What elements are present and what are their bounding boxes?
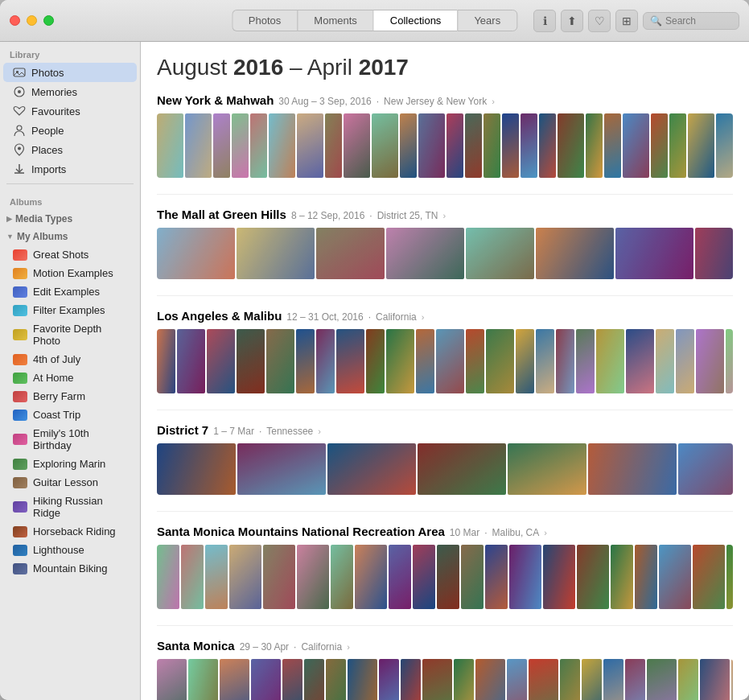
photo-cell[interactable]	[237, 443, 326, 495]
photo-cell[interactable]	[669, 113, 686, 178]
sidebar-item-filter-examples[interactable]: Filter Examples	[3, 301, 137, 319]
collection-nyc-strip[interactable]	[157, 113, 733, 178]
photo-cell[interactable]	[716, 113, 733, 178]
photo-cell[interactable]	[615, 228, 693, 279]
photo-cell[interactable]	[678, 443, 733, 495]
collection-d7-strip[interactable]	[157, 443, 733, 495]
photo-cell[interactable]	[536, 329, 554, 393]
sidebar-item-people[interactable]: People	[3, 121, 137, 140]
photo-cell[interactable]	[611, 545, 633, 609]
photo-cell[interactable]	[177, 329, 205, 393]
sidebar-item-berry-farm[interactable]: Berry Farm	[3, 387, 137, 406]
sidebar-item-horseback[interactable]: Horseback Riding	[3, 522, 137, 541]
photo-cell[interactable]	[693, 545, 725, 609]
collection-la-chevron[interactable]: ›	[422, 312, 425, 322]
collection-la-strip[interactable]	[157, 329, 733, 393]
photo-cell[interactable]	[678, 659, 698, 700]
photo-cell[interactable]	[344, 113, 370, 178]
photo-cell[interactable]	[413, 545, 435, 609]
collection-smm-name[interactable]: Santa Monica Mountains National Recreati…	[157, 525, 445, 538]
photo-cell[interactable]	[588, 443, 677, 495]
collection-sm-chevron[interactable]: ›	[347, 642, 350, 652]
search-box[interactable]: 🔍	[643, 12, 739, 30]
photo-cell[interactable]	[251, 659, 281, 700]
photo-cell[interactable]	[386, 228, 464, 279]
photo-cell[interactable]	[389, 545, 411, 609]
photo-cell[interactable]	[507, 659, 527, 700]
photo-cell[interactable]	[659, 545, 691, 609]
photo-cell[interactable]	[676, 329, 694, 393]
photo-cell[interactable]	[558, 113, 584, 178]
photo-cell[interactable]	[220, 659, 249, 700]
photo-cell[interactable]	[157, 113, 183, 178]
photo-cell[interactable]	[401, 659, 421, 700]
photo-cell[interactable]	[726, 545, 733, 609]
sidebar-item-photos[interactable]: Photos	[3, 63, 137, 82]
photo-cell[interactable]	[556, 329, 574, 393]
photo-cell[interactable]	[461, 545, 484, 609]
tab-photos[interactable]: Photos	[232, 10, 297, 31]
sidebar-item-hiking[interactable]: Hiking Russian Ridge	[3, 492, 137, 522]
photo-cell[interactable]	[418, 443, 506, 495]
photo-cell[interactable]	[577, 545, 609, 609]
photo-cell[interactable]	[586, 113, 603, 178]
photo-cell[interactable]	[635, 545, 657, 609]
photo-cell[interactable]	[157, 443, 236, 495]
my-albums-group[interactable]: ▼ My Albums	[0, 228, 140, 245]
photo-cell[interactable]	[213, 113, 230, 178]
sidebar-item-guitar-lesson[interactable]: Guitar Lesson	[3, 473, 137, 492]
photo-cell[interactable]	[529, 659, 558, 700]
sidebar-item-places[interactable]: Places	[3, 140, 137, 159]
photo-cell[interactable]	[436, 329, 464, 393]
photo-cell[interactable]	[695, 228, 733, 279]
photo-cell[interactable]	[696, 329, 724, 393]
photo-cell[interactable]	[157, 329, 175, 393]
sidebar-item-4th-july[interactable]: 4th of July	[3, 350, 137, 369]
photo-cell[interactable]	[326, 659, 346, 700]
collection-nyc-name[interactable]: New York & Mahwah	[157, 93, 274, 107]
collection-mall-name[interactable]: The Mall at Green Hills	[157, 208, 286, 221]
sidebar-item-motion-examples[interactable]: Motion Examples	[3, 264, 137, 282]
collection-smm-chevron[interactable]: ›	[544, 528, 547, 537]
photo-cell[interactable]	[651, 113, 668, 178]
photo-cell[interactable]	[486, 329, 514, 393]
tab-years[interactable]: Years	[457, 10, 517, 31]
photo-cell[interactable]	[502, 113, 519, 178]
sidebar-item-great-shots[interactable]: Great Shots	[3, 245, 137, 264]
photo-cell[interactable]	[157, 228, 235, 279]
photo-cell[interactable]	[454, 659, 474, 700]
photo-cell[interactable]	[521, 113, 537, 178]
photo-cell[interactable]	[316, 329, 335, 393]
photo-cell[interactable]	[626, 329, 654, 393]
media-types-group[interactable]: ▶ Media Types	[0, 210, 140, 228]
photo-cell[interactable]	[543, 545, 575, 609]
sidebar-item-lighthouse[interactable]: Lighthouse	[3, 541, 137, 559]
photo-cell[interactable]	[205, 545, 228, 609]
photo-cell[interactable]	[731, 659, 733, 700]
sidebar-item-edit-examples[interactable]: Edit Examples	[3, 282, 137, 301]
photo-cell[interactable]	[250, 113, 267, 178]
share-button[interactable]: ⬆	[561, 10, 583, 32]
sidebar-item-memories[interactable]: Memories	[3, 82, 137, 101]
close-button[interactable]	[10, 15, 20, 26]
photo-cell[interactable]	[484, 113, 500, 178]
sidebar-item-exploring-marin[interactable]: Exploring Marin	[3, 455, 137, 473]
photo-cell[interactable]	[372, 113, 398, 178]
collection-sm-strip[interactable]	[157, 659, 733, 700]
sidebar-item-favourites[interactable]: Favourites	[3, 101, 137, 121]
photo-cell[interactable]	[157, 545, 179, 609]
photo-cell[interactable]	[263, 545, 295, 609]
photo-cell[interactable]	[269, 113, 295, 178]
photo-cell[interactable]	[229, 545, 261, 609]
photo-cell[interactable]	[316, 228, 385, 279]
photo-cell[interactable]	[623, 113, 649, 178]
photo-cell[interactable]	[181, 545, 204, 609]
photo-cell[interactable]	[422, 659, 452, 700]
photo-cell[interactable]	[656, 329, 674, 393]
photo-cell[interactable]	[466, 228, 534, 279]
sidebar-item-mountain-biking[interactable]: Mountain Biking	[3, 559, 137, 578]
photo-cell[interactable]	[418, 113, 445, 178]
photo-cell[interactable]	[726, 329, 733, 393]
sidebar-item-emilys-birthday[interactable]: Emily's 10th Birthday	[3, 424, 137, 455]
search-input[interactable]	[665, 15, 734, 27]
